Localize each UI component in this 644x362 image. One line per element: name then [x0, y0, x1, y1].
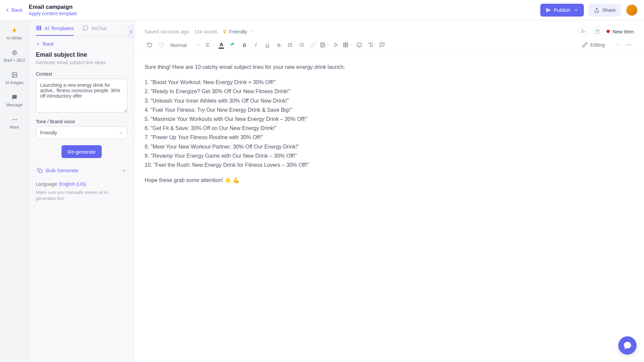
tab-ai-chat[interactable]: AIChat	[82, 25, 107, 36]
svg-point-49	[630, 45, 631, 45]
clear-format-icon	[368, 42, 373, 48]
tone-picker[interactable]: 🎙 Friendly	[222, 29, 253, 34]
publish-button[interactable]: Publish	[540, 4, 584, 17]
svg-rect-19	[595, 30, 599, 33]
panel-body: Back Email subject line Generate email s…	[29, 36, 134, 362]
link-button[interactable]	[308, 40, 318, 50]
rail-item-ai-images[interactable]: AI Images	[0, 70, 29, 86]
share-icon	[594, 7, 599, 13]
editor-toolbar: Normal A B I U S Editing	[134, 36, 644, 54]
chevron-left-icon	[5, 7, 10, 13]
editing-mode-select[interactable]: Editing	[579, 42, 622, 48]
target-icon	[11, 49, 18, 56]
bullet-list-button[interactable]	[285, 40, 295, 50]
doc-line: 2. "Ready to Energize? Get 30% Off Our N…	[145, 87, 634, 96]
rail-label: AI Images	[5, 80, 23, 85]
comment-icon	[379, 42, 385, 48]
chevron-down-icon	[349, 43, 352, 47]
clear-format-button[interactable]	[366, 40, 376, 50]
font-color-button[interactable]: A	[216, 40, 226, 50]
panel-back-label: Back	[43, 41, 54, 47]
page-title: Email campaign	[29, 4, 77, 10]
image-button[interactable]	[320, 40, 330, 50]
italic-button[interactable]: I	[251, 40, 261, 50]
add-user-button[interactable]	[578, 26, 588, 36]
ordered-list-icon	[299, 42, 304, 48]
share-button[interactable]: Share	[589, 4, 621, 17]
avatar[interactable]	[626, 4, 638, 16]
context-input[interactable]	[36, 79, 127, 112]
left-rail: AI Writer Brief + SEO AI Images Message …	[0, 20, 29, 362]
numbered-list-button[interactable]	[297, 40, 307, 50]
align-left-icon	[205, 42, 210, 48]
chevron-down-icon	[326, 43, 329, 47]
undo-icon	[147, 42, 152, 48]
svg-rect-14	[40, 26, 41, 30]
send-icon	[546, 7, 551, 13]
mic-icon: 🎙	[222, 29, 227, 34]
color-swatch	[219, 48, 224, 49]
emoji-button[interactable]	[354, 40, 364, 50]
table-icon	[343, 42, 348, 48]
word-count: 134 words	[194, 29, 217, 34]
svg-point-16	[581, 30, 583, 31]
svg-point-9	[12, 119, 13, 120]
bold-button[interactable]: B	[239, 40, 249, 50]
back-button[interactable]: Back	[5, 7, 23, 13]
svg-point-31	[288, 46, 289, 46]
rail-item-more[interactable]: More	[0, 115, 29, 131]
collapse-panel-button[interactable]	[128, 25, 134, 38]
rail-item-ai-writer[interactable]: AI Writer	[0, 26, 29, 42]
align-button[interactable]	[205, 40, 215, 50]
calendar-icon	[595, 29, 600, 34]
svg-point-10	[14, 119, 15, 120]
doc-list: 1. "Boost Your Workout: New Energy Drink…	[145, 78, 634, 170]
language-link[interactable]: English (US)	[59, 181, 86, 187]
italic-icon: I	[255, 42, 257, 48]
more-icon	[11, 116, 18, 123]
redo-icon	[158, 42, 164, 48]
svg-point-2	[14, 52, 15, 54]
paragraph-style-select[interactable]: Normal	[168, 42, 203, 48]
language-row: Language: English (US)	[36, 181, 127, 187]
underline-button[interactable]: U	[262, 40, 272, 50]
more-tools-button[interactable]	[624, 40, 634, 50]
document-body[interactable]: Sure thing! Here are 10 catchy email sub…	[134, 54, 644, 362]
regenerate-button[interactable]: Re-generate	[61, 145, 102, 158]
add-calendar-button[interactable]	[592, 26, 602, 36]
tab-label: AI Templates	[45, 25, 74, 31]
rail-item-brief-seo[interactable]: Brief + SEO	[0, 48, 29, 64]
svg-point-30	[288, 45, 289, 45]
redo-button[interactable]	[156, 40, 166, 50]
highlight-button[interactable]	[228, 40, 238, 50]
svg-rect-12	[36, 26, 38, 30]
comment-button[interactable]	[377, 40, 387, 50]
tab-ai-templates[interactable]: AI Templates	[36, 25, 74, 36]
tone-label: Tone / Brand voice	[36, 119, 127, 124]
rail-item-message[interactable]: Message	[0, 93, 29, 109]
doc-line: 8. "Meet Your New Workout Partner: 30% O…	[145, 142, 634, 151]
svg-point-36	[322, 44, 322, 45]
video-button[interactable]	[331, 40, 341, 50]
chat-fab[interactable]	[618, 336, 637, 355]
doc-line: 10. "Feel the Rush: New Energy Drink for…	[145, 160, 634, 170]
tone-select[interactable]: Friendly	[36, 126, 127, 139]
item-status[interactable]: New Item	[606, 29, 634, 34]
panel-back-button[interactable]: Back	[36, 41, 127, 47]
svg-marker-37	[335, 43, 338, 47]
strike-button[interactable]: S	[274, 40, 284, 50]
svg-point-47	[627, 45, 627, 45]
bulk-generate-button[interactable]: Bulk Generate ▶	[36, 165, 127, 175]
saved-status: Saved seconds ago	[145, 29, 189, 34]
topbar: Back Email campaign Apply content templa…	[0, 0, 644, 20]
context-label: Context	[36, 71, 127, 77]
breadcrumb: Email campaign Apply content template	[29, 4, 77, 16]
undo-button[interactable]	[145, 40, 155, 50]
editor-status-bar: Saved seconds ago 134 words 🎙 Friendly N…	[134, 20, 644, 36]
apply-template-link[interactable]: Apply content template	[29, 11, 77, 16]
doc-line: 1. "Boost Your Workout: New Energy Drink…	[145, 78, 634, 87]
table-button[interactable]	[343, 40, 353, 50]
image-icon	[11, 72, 18, 78]
bulk-label: Bulk Generate	[46, 167, 78, 173]
doc-line: 6. "Get Fit & Save: 30% Off on Our New E…	[145, 124, 634, 133]
